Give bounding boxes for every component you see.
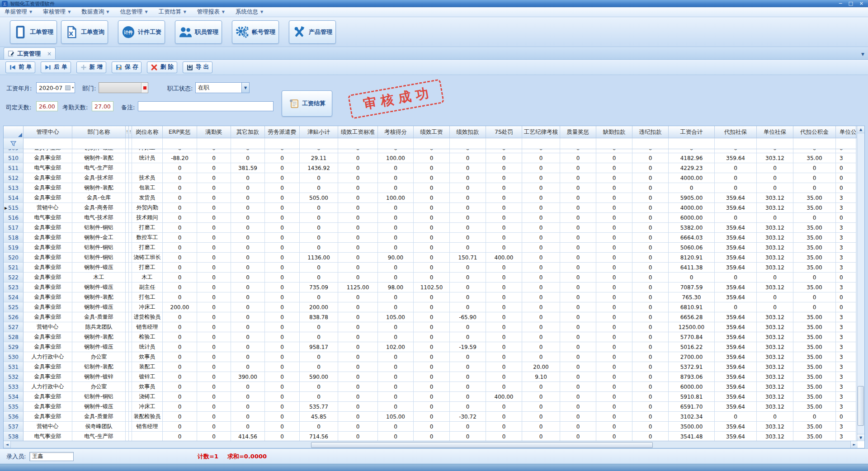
cell[interactable] (132, 163, 163, 173)
cell[interactable] (129, 253, 132, 263)
cell[interactable] (126, 402, 129, 412)
cell[interactable]: 0 (163, 149, 197, 153)
cell[interactable]: -30.72 (450, 412, 486, 422)
cell[interactable]: 0 (596, 352, 632, 362)
row-number[interactable]: 525 (4, 302, 24, 312)
cell[interactable]: 钢制件-锻压 (72, 402, 126, 412)
cell[interactable] (129, 163, 132, 173)
cell[interactable]: 0 (522, 273, 560, 283)
cell[interactable]: 金具事业部 (24, 312, 72, 322)
record-button-delete[interactable]: 删 除 (147, 61, 177, 73)
cell[interactable]: 金具事业部 (24, 412, 72, 422)
cell[interactable]: 钢制件-锻压 (72, 149, 126, 153)
cell[interactable]: 0 (632, 332, 669, 342)
cell[interactable]: 0 (486, 193, 522, 203)
cell[interactable]: 0 (163, 322, 197, 332)
cell[interactable]: 金具事业部 (24, 372, 72, 382)
cell[interactable]: 0 (414, 153, 450, 163)
cell[interactable]: 0 (632, 322, 669, 332)
cell[interactable]: 0 (522, 163, 560, 173)
cell[interactable]: 0 (231, 402, 265, 412)
filter-cell[interactable] (560, 138, 596, 149)
row-number[interactable]: 533 (4, 382, 24, 392)
cell[interactable]: 0 (836, 213, 856, 223)
cell[interactable]: 0 (596, 213, 632, 223)
cell[interactable]: 359.64 (715, 402, 757, 412)
cell[interactable]: 0 (793, 273, 836, 283)
cell[interactable]: 0 (560, 362, 596, 372)
filter-cell[interactable] (129, 138, 132, 149)
cell[interactable]: 侯奇峰团队 (72, 422, 126, 432)
cell[interactable] (129, 352, 132, 362)
menu-item-5[interactable]: 工资结算▼ (159, 8, 186, 16)
cell[interactable]: 6000.00 (669, 382, 715, 392)
cell[interactable]: 0 (596, 193, 632, 203)
header-cell[interactable]: 质量奖惩 (560, 126, 596, 138)
cell[interactable]: 0 (757, 292, 793, 302)
cell[interactable]: 0 (632, 223, 669, 233)
cell[interactable]: 0 (632, 312, 669, 322)
table-row[interactable]: 524金具事业部钢制件-装配打包工00000000000000765.30359… (4, 292, 857, 302)
cell[interactable]: 0 (836, 149, 856, 153)
cell[interactable]: 金具事业部 (24, 233, 72, 243)
cell[interactable]: 35.00 (793, 223, 836, 233)
table-row[interactable]: 516电气事业部电气-技术部技术顾问000000000000006000.000… (4, 213, 857, 223)
cell[interactable]: 5910.81 (669, 392, 715, 402)
cell[interactable]: 0 (300, 322, 338, 332)
cell[interactable]: 0 (338, 352, 378, 362)
cell[interactable]: 数控车工 (132, 233, 163, 243)
cell[interactable] (129, 213, 132, 223)
cell[interactable]: 303.12 (757, 243, 793, 253)
cell[interactable]: 0 (596, 392, 632, 402)
cell[interactable]: 0 (265, 332, 300, 342)
cell[interactable]: 钢制件-装配 (72, 292, 126, 302)
cell[interactable]: 0 (632, 342, 669, 352)
cell[interactable]: 钢制件-装配 (72, 153, 126, 163)
cell[interactable]: 0 (632, 163, 669, 173)
header-cell[interactable]: 绩效扣款 (450, 126, 486, 138)
cell[interactable]: 5372.91 (669, 362, 715, 372)
cell[interactable]: 0 (197, 183, 231, 193)
cell[interactable]: 0 (632, 352, 669, 362)
cell[interactable]: 90.00 (378, 253, 414, 263)
row-number[interactable]: 520 (4, 253, 24, 263)
filter-funnel-icon[interactable] (4, 138, 24, 149)
cell[interactable]: 0 (231, 312, 265, 322)
cell[interactable]: 铝制件-装配 (72, 362, 126, 372)
record-button-next[interactable]: 后 单 (41, 61, 71, 73)
cell[interactable]: 29.11 (300, 153, 338, 163)
cell[interactable]: 3 (836, 332, 856, 342)
cell[interactable]: 200.00 (300, 302, 338, 312)
cell[interactable]: 0 (265, 193, 300, 203)
cell[interactable]: 0 (300, 392, 338, 402)
table-row[interactable]: 517金具事业部铝制件-铜铝打磨工000000000000005382.0035… (4, 223, 857, 233)
header-cell[interactable]: 缺勤扣款 (596, 126, 632, 138)
cell[interactable]: 0 (522, 223, 560, 233)
cell[interactable]: 359.64 (715, 243, 757, 253)
cell[interactable]: 303.12 (757, 372, 793, 382)
filter-cell[interactable] (72, 138, 126, 149)
cell[interactable]: 0 (197, 173, 231, 183)
cell[interactable] (129, 372, 132, 382)
cell[interactable]: 359.64 (715, 253, 757, 263)
cell[interactable]: 金具事业部 (24, 302, 72, 312)
cell[interactable]: 0 (715, 163, 757, 173)
cell[interactable]: 金具事业部 (24, 149, 72, 153)
cell[interactable]: 5016.22 (669, 342, 715, 352)
cell[interactable]: 铝制件-铜铝 (72, 253, 126, 263)
cell[interactable]: 0 (265, 372, 300, 382)
cell[interactable]: 6411.38 (669, 263, 715, 273)
cell[interactable]: 0 (669, 273, 715, 283)
cell[interactable]: 0 (632, 412, 669, 422)
cell[interactable]: 0 (560, 402, 596, 412)
cell[interactable]: 6591.70 (669, 402, 715, 412)
cell[interactable]: 0 (378, 362, 414, 372)
cell[interactable]: 0 (486, 183, 522, 193)
cell[interactable] (126, 193, 129, 203)
cell[interactable]: 303.12 (757, 432, 793, 442)
header-cell[interactable]: 其它加款 (231, 126, 265, 138)
cell[interactable]: 销售经理 (132, 422, 163, 432)
cell[interactable]: 0 (596, 342, 632, 352)
menu-item-2[interactable]: 审核管理▼ (43, 8, 71, 16)
cell[interactable]: 3 (836, 263, 856, 273)
